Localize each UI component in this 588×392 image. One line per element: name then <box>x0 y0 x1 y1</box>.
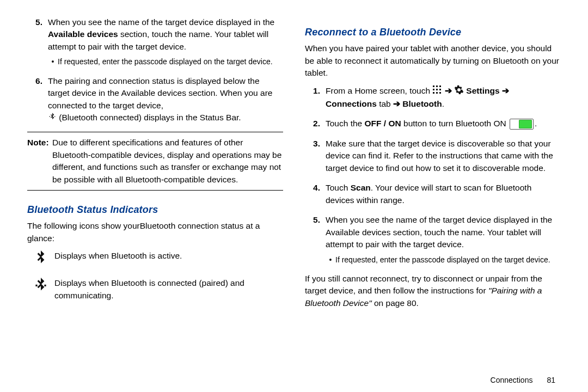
heading-bt-indicators: Bluetooth Status Indicators <box>27 203 283 217</box>
svg-rect-0 <box>433 85 434 87</box>
arrow-icon: ➔ <box>445 86 454 95</box>
note-text: Due to different specifications and feat… <box>52 137 283 186</box>
heading-reconnect: Reconnect to a Bluetooth Device <box>305 25 561 39</box>
note-block: Note: Due to different specifications an… <box>27 132 283 191</box>
reconnect-step-3: 3. Make sure that the target device is d… <box>305 138 561 174</box>
reconnect-step-4: 4. Touch Scan. Your device will start to… <box>305 182 561 206</box>
reconnect-step-2: 2. Touch the OFF / ON button to turn Blu… <box>305 118 561 130</box>
svg-rect-8 <box>439 92 441 94</box>
footer-page-number: 81 <box>547 375 555 385</box>
reconnect-outro: If you still cannot reconnect, try to di… <box>305 273 561 309</box>
svg-rect-2 <box>439 85 441 87</box>
bluetooth-connected-icon <box>27 277 54 295</box>
toggle-on-icon <box>510 119 534 130</box>
reconnect-step-5: 5. When you see the name of the target d… <box>305 214 561 265</box>
arrow-icon: ➔ <box>393 99 402 108</box>
page-footer: Connections 81 <box>491 375 555 385</box>
step-5-bullet: • If requested, enter the passcode displ… <box>48 56 283 67</box>
svg-rect-6 <box>433 92 434 94</box>
note-label: Note: <box>27 137 52 186</box>
left-steps-continued: 5. When you see the name of the target d… <box>27 16 283 124</box>
footer-section: Connections <box>491 375 533 385</box>
indicators-intro: The following icons show yourBluetooth c… <box>27 220 283 244</box>
svg-rect-3 <box>433 89 434 90</box>
step-5: 5. When you see the name of the target d… <box>27 16 283 68</box>
reconnect-step-5-bullet: • If requested, enter the passcode displ… <box>326 254 561 265</box>
arrow-icon: ➔ <box>502 86 509 95</box>
step-6: 6. The pairing and connection status is … <box>27 75 283 125</box>
reconnect-intro: When you have paired your tablet with an… <box>305 42 561 79</box>
svg-rect-4 <box>436 89 438 90</box>
gear-icon <box>454 85 464 98</box>
svg-rect-1 <box>436 85 438 87</box>
reconnect-steps: 1. From a Home screen, touch ➔ Settings … <box>305 85 561 265</box>
indicator-active: Displays when Bluetooth is active. <box>27 250 283 267</box>
bluetooth-connected-icon <box>48 112 57 124</box>
reconnect-step-1: 1. From a Home screen, touch ➔ Settings … <box>305 85 561 111</box>
svg-rect-5 <box>439 89 441 90</box>
apps-grid-icon <box>432 85 442 98</box>
manual-page: 5. When you see the name of the target d… <box>0 0 588 376</box>
svg-rect-7 <box>436 92 438 94</box>
bluetooth-icon <box>27 250 54 267</box>
indicator-connected: Displays when Bluetooth is connected (pa… <box>27 277 283 302</box>
